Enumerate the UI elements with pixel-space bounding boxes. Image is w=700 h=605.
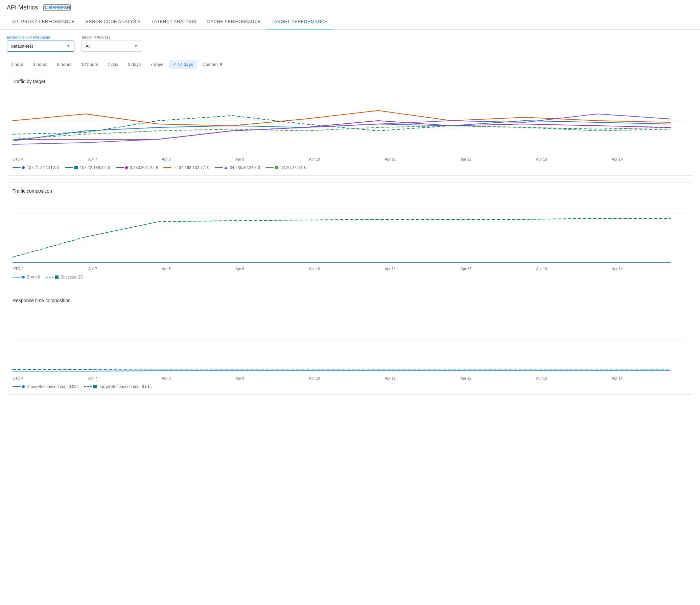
- env-label: Environment or Hostname: [7, 35, 74, 39]
- time-3d[interactable]: 3 days: [124, 60, 145, 69]
- legend-item: 107.21.227.110: 0: [13, 165, 60, 170]
- response-x-axis: UTC-4 Apr 7 Apr 8 Apr 9 Apr 10 Apr 11 Ap…: [13, 375, 687, 382]
- tab-latency[interactable]: LATENCY ANALYSIS: [146, 14, 202, 29]
- legend-proxy-response: Proxy Response Time: 0.03s: [13, 384, 78, 389]
- traffic-chart-svg: [13, 87, 687, 154]
- tab-target[interactable]: TARGET PERFORMANCE: [266, 14, 333, 29]
- response-legend: Proxy Response Time: 0.03s Target Respon…: [13, 382, 687, 389]
- charts-container: Traffic by target: [0, 73, 700, 395]
- traffic-x-axis: UTC-4 Apr 7 Apr 8 Apr 9 Apr 10 Apr 11 Ap…: [13, 156, 687, 163]
- traffic-by-target-card: Traffic by target: [7, 73, 693, 176]
- response-time-chart: [13, 306, 687, 373]
- env-dropdown[interactable]: default-test ▼: [7, 41, 74, 52]
- traffic-legend: 107.21.227.110: 0 107.22.139.22: 0 3.230…: [13, 163, 687, 170]
- time-7d[interactable]: 7 days: [146, 60, 167, 69]
- composition-legend: Error: 0 Success: 23: [13, 272, 687, 280]
- legend-item: 3.230.204.70: 8: [116, 165, 158, 170]
- tab-api-proxy[interactable]: API PROXY PERFORMANCE: [7, 14, 80, 29]
- response-time-title: Response time composition: [13, 298, 687, 303]
- time-filter-bar: 1 hour 3 hours 6 hours 12 hours 1 day 3 …: [0, 57, 700, 73]
- traffic-composition-card: Traffic composition UTC-4 Apr 7 Apr 8 Ap…: [7, 183, 693, 285]
- time-1h[interactable]: 1 hour: [7, 60, 27, 69]
- legend-item: 34.235.32.249: 3: [215, 165, 260, 170]
- env-dropdown-group: Environment or Hostname default-test ▼: [7, 35, 74, 52]
- time-6h[interactable]: 6 hours: [53, 60, 75, 69]
- chevron-down-icon: ▼: [67, 44, 70, 48]
- legend-item: 107.22.139.22: 0: [65, 165, 110, 170]
- legend-item: 52.20.27.92: 0: [265, 165, 306, 170]
- response-chart-svg: [13, 306, 687, 373]
- legend-item: → 34.193.132.77: 0: [163, 165, 209, 170]
- target-ip-label: Target IP Address: [81, 35, 142, 39]
- filter-controls: Environment or Hostname default-test ▼ T…: [0, 30, 700, 57]
- refresh-button[interactable]: ↻ REFRESH: [43, 4, 71, 11]
- tabs-bar: API PROXY PERFORMANCE ERROR CODE ANALYSI…: [0, 14, 700, 30]
- page-header: API Metrics ↻ REFRESH: [0, 0, 700, 14]
- time-3h[interactable]: 3 hours: [29, 60, 51, 69]
- legend-success: Success: 23: [46, 275, 83, 280]
- target-ip-dropdown[interactable]: All ▼: [81, 41, 142, 52]
- traffic-composition-title: Traffic composition: [13, 188, 687, 194]
- traffic-by-target-chart: [13, 87, 687, 154]
- target-ip-dropdown-group: Target IP Address All ▼: [81, 35, 142, 52]
- chevron-down-icon: ▼: [219, 62, 224, 67]
- chevron-down-icon: ▼: [134, 44, 138, 48]
- legend-target-response: Target Response Time: 8.61s: [84, 384, 151, 389]
- time-14d[interactable]: ✓ 14 days: [169, 60, 197, 69]
- tab-error-code[interactable]: ERROR CODE ANALYSIS: [80, 14, 146, 29]
- time-12h[interactable]: 12 hours: [77, 60, 102, 69]
- refresh-icon: ↻: [44, 5, 48, 10]
- traffic-by-target-title: Traffic by target: [13, 79, 687, 84]
- legend-error: Error: 0: [13, 275, 40, 280]
- response-time-card: Response time composition UTC-4 Apr 7 Ap…: [7, 292, 693, 395]
- composition-x-axis: UTC-4 Apr 7 Apr 8 Apr 9 Apr 10 Apr 11 Ap…: [13, 265, 687, 272]
- tab-cache[interactable]: CACHE PERFORMANCE: [202, 14, 266, 29]
- time-1d[interactable]: 1 day: [103, 60, 122, 69]
- traffic-composition-chart: [13, 196, 687, 264]
- custom-dropdown[interactable]: Custom ▼: [199, 60, 228, 69]
- page-title: API Metrics: [7, 4, 38, 11]
- composition-chart-svg: [13, 196, 687, 264]
